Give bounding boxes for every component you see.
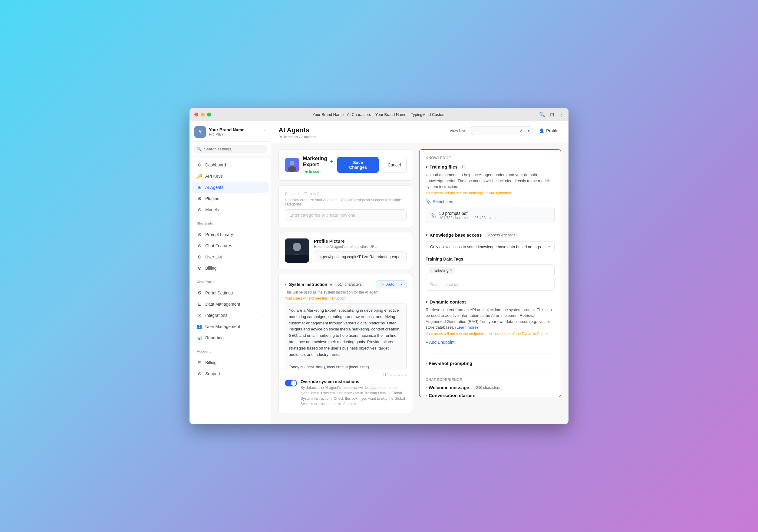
override-title: Override system instructions — [301, 379, 406, 384]
categories-input[interactable] — [285, 210, 406, 221]
select-files-button[interactable]: 📎 Select files — [426, 199, 453, 204]
sidebar-item-data-management[interactable]: ⊟ Data Management › — [192, 299, 268, 310]
sidebar-item-billing[interactable]: ⊙ Billing — [192, 263, 268, 274]
portal-nav: ⚙ Portal Settings › ⊟ Data Management › … — [190, 285, 271, 346]
view-live-url-input[interactable] — [471, 127, 517, 135]
brand-plan: Pro Plan — [209, 132, 260, 137]
file-icon: 📎 — [430, 213, 436, 218]
kb-access-dropdown[interactable]: Only allow access to some knowledge base… — [426, 241, 555, 252]
more-icon[interactable]: ⋮ — [559, 112, 564, 117]
autofill-button[interactable]: ✨ Auto fill ▾ — [376, 280, 406, 288]
training-files-collapse[interactable]: ▾ Training files 1 — [426, 164, 555, 169]
instruction-note: This will be used as the system instruct… — [285, 290, 406, 294]
sidebar-item-api-keys[interactable]: 🔑 API Keys — [192, 171, 268, 182]
sidebar-item-user-management[interactable]: 👥 User Management › — [192, 321, 268, 332]
sidebar-item-label: Prompt Library — [205, 232, 233, 237]
nav-arrow-icon: › — [262, 314, 264, 317]
instruction-textarea[interactable] — [285, 304, 406, 370]
nav-arrow-icon: › — [262, 302, 264, 306]
profile-button[interactable]: 👤 Profile — [536, 126, 561, 135]
override-toggle[interactable] — [285, 380, 297, 386]
sidebar-item-support[interactable]: ⊙ Support — [192, 368, 268, 379]
divider-2 — [426, 295, 555, 295]
minimize-button[interactable] — [201, 113, 205, 116]
few-shot-chevron-icon: › — [426, 361, 427, 365]
page-title: AI Agents — [279, 126, 316, 134]
add-endpoint-button[interactable]: + Add Endpoint — [426, 340, 454, 345]
svg-point-4 — [288, 166, 296, 172]
agent-avatar — [285, 158, 299, 172]
close-button[interactable] — [194, 113, 198, 116]
file-meta: 101,732 characters, ~25,433 tokens — [439, 216, 550, 220]
cancel-button[interactable]: Cancel — [382, 157, 406, 173]
sidebar-item-ai-agents[interactable]: ⊞ AI Agents — [192, 182, 268, 193]
nav-arrow-icon: › — [262, 325, 264, 328]
training-files-desc: Upload documents to help the AI agent un… — [426, 172, 555, 190]
dynamic-context-collapse[interactable]: ▾ Dynamic context — [426, 299, 555, 304]
view-live-dropdown-icon[interactable]: ▾ — [525, 126, 532, 135]
override-desc: By default, the AI agent's instruction w… — [301, 385, 406, 407]
dynamic-context-warning: Your users will not see the endpoints an… — [426, 332, 555, 336]
sidebar-item-prompt-library[interactable]: ⊙ Prompt Library — [192, 229, 268, 240]
kb-access-collapse[interactable]: ▾ Knowledge base access Access with tags — [426, 232, 555, 238]
conversation-chevron-icon: › — [426, 393, 427, 397]
brand-name: Your Brand Name — [209, 127, 260, 132]
search-icon[interactable]: 🔍 — [539, 112, 545, 117]
tags-select-container[interactable]: Please select tags — [426, 279, 555, 290]
sidebar-item-plugins[interactable]: ⊕ Plugins — [192, 193, 268, 204]
sidebar-item-integrations[interactable]: ✕ Integrations › — [192, 310, 268, 321]
content-area: AI Agents Build smart AI agents View Liv… — [271, 121, 568, 424]
support-icon: ⊙ — [197, 371, 202, 377]
brand-expand-icon[interactable]: ⌃ — [263, 130, 266, 134]
brand-section: Y Your Brand Name Pro Plan ⌃ — [190, 121, 271, 142]
kb-access-heading: Knowledge base access — [430, 232, 482, 238]
few-shot-collapse[interactable]: › Few-shot prompting — [426, 358, 555, 369]
file-name: 50 prompts.pdf — [439, 211, 550, 216]
reporting-icon: 📊 — [197, 335, 202, 341]
dynamic-context-chevron-icon: ▾ — [426, 300, 428, 304]
sidebar-item-reporting[interactable]: 📊 Reporting › — [192, 332, 268, 343]
profile-pic-thumb — [285, 239, 309, 263]
learn-more-link[interactable]: (Learn more) — [455, 325, 478, 330]
few-shot-heading: Few-shot prompting — [429, 361, 472, 366]
sidebar-item-user-list[interactable]: ⊙ User List — [192, 251, 268, 262]
collapse-icon: ▾ — [285, 283, 287, 286]
sidebar-item-label: AI Agents — [205, 185, 224, 190]
autofill-label: Auto fill — [386, 282, 399, 286]
system-instruction-header: ▾ System instruction ● 514 characters ✨ … — [285, 280, 406, 288]
sidebar-item-label: API Keys — [205, 174, 223, 179]
sidebar-item-label: Billing — [205, 266, 217, 271]
open-external-icon[interactable]: ↗ — [517, 126, 525, 135]
dynamic-context-desc: Retrieve content from an API and inject … — [426, 307, 555, 330]
autofill-chevron-icon: ▾ — [401, 283, 403, 286]
profile-pic-url-input[interactable] — [314, 251, 406, 262]
maximize-button[interactable] — [207, 113, 211, 116]
tags-section-title: Training Data Tags — [426, 257, 555, 261]
paperclip-icon: 📎 — [426, 199, 431, 204]
knowledge-title: Knowledge — [426, 156, 555, 160]
agent-card-actions: Save Changes Cancel — [337, 157, 406, 173]
search-input[interactable] — [204, 147, 264, 151]
save-changes-button[interactable]: Save Changes — [337, 157, 379, 173]
chat-experience-label: Chat experience — [426, 378, 555, 382]
tag-remove-icon[interactable]: ✕ — [450, 268, 453, 272]
share-icon[interactable]: ⊡ — [550, 112, 554, 117]
sidebar-item-label: User List — [205, 254, 222, 259]
categories-help: Help you organize your AI agents. You ca… — [285, 198, 406, 206]
window-title: Your Brand Name - AI Characters – Your B… — [312, 112, 445, 117]
view-live-label: View Live: — [450, 128, 467, 133]
kb-dropdown-value: Only allow access to some knowledge base… — [430, 245, 541, 249]
sidebar-item-chat-features[interactable]: ⊙ Chat Features — [192, 240, 268, 251]
brand-avatar: Y — [194, 126, 206, 138]
ai-agents-icon: ⊞ — [197, 184, 202, 190]
sidebar-item-portal-settings[interactable]: ⚙ Portal Settings › — [192, 287, 268, 298]
nav-arrow-icon: › — [262, 336, 264, 340]
welcome-message-collapse[interactable]: › Welcome message 216 characters — [426, 385, 555, 390]
conversation-starters-collapse[interactable]: › Conversation starters — [426, 393, 555, 398]
svg-point-3 — [290, 161, 294, 166]
sidebar-item-dashboard[interactable]: ⊙ Dashboard — [192, 159, 268, 170]
sidebar-item-models[interactable]: ⊙ Models — [192, 204, 268, 215]
right-panel: Knowledge ▾ Training files 1 Upload docu… — [419, 149, 561, 418]
welcome-message-heading: Welcome message — [429, 385, 469, 390]
sidebar-item-billing-account[interactable]: ⊟ Billing — [192, 357, 268, 368]
